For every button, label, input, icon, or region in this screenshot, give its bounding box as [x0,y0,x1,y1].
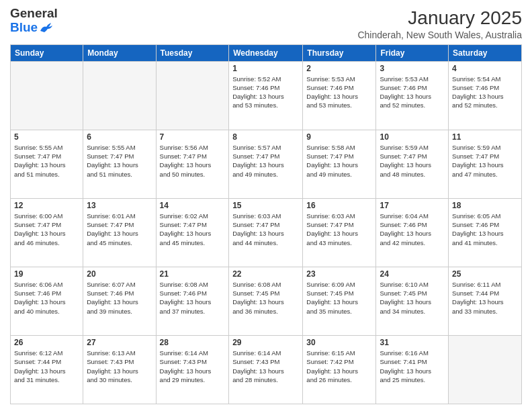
calendar-cell: 11Sunrise: 5:59 AM Sunset: 7:47 PM Dayli… [449,130,522,198]
day-info: Sunrise: 5:58 AM Sunset: 7:47 PM Dayligh… [306,143,372,179]
weekday-header-wednesday: Wednesday [229,44,303,61]
calendar-week-row: 26Sunrise: 6:12 AM Sunset: 7:44 PM Dayli… [11,335,522,404]
calendar-cell: 14Sunrise: 6:02 AM Sunset: 7:47 PM Dayli… [156,198,229,267]
day-number: 6 [87,132,152,142]
day-number: 9 [306,132,372,142]
calendar-cell [83,61,156,130]
calendar-cell [156,61,229,130]
day-number: 26 [14,338,79,347]
day-number: 16 [306,201,372,210]
calendar-cell: 4Sunrise: 5:54 AM Sunset: 7:46 PM Daylig… [449,61,522,130]
calendar-cell [449,335,522,404]
logo-general: General [10,7,58,21]
calendar-cell: 10Sunrise: 5:59 AM Sunset: 7:47 PM Dayli… [376,130,449,198]
day-info: Sunrise: 6:03 AM Sunset: 7:47 PM Dayligh… [232,212,299,247]
calendar-cell: 12Sunrise: 6:00 AM Sunset: 7:47 PM Dayli… [11,198,83,267]
calendar-table: SundayMondayTuesdayWednesdayThursdayFrid… [10,44,522,404]
day-info: Sunrise: 6:06 AM Sunset: 7:46 PM Dayligh… [14,280,79,316]
weekday-header-friday: Friday [376,44,449,61]
day-number: 31 [380,338,445,347]
calendar-cell: 21Sunrise: 6:08 AM Sunset: 7:46 PM Dayli… [156,267,229,335]
day-info: Sunrise: 6:12 AM Sunset: 7:44 PM Dayligh… [14,349,79,384]
header: General Blue January 2025 Chinderah, New… [10,7,522,40]
day-info: Sunrise: 6:04 AM Sunset: 7:46 PM Dayligh… [380,212,445,247]
day-number: 2 [306,64,372,73]
calendar-cell: 27Sunrise: 6:13 AM Sunset: 7:43 PM Dayli… [83,335,156,404]
day-number: 30 [306,338,372,347]
calendar-cell: 6Sunrise: 5:55 AM Sunset: 7:47 PM Daylig… [83,130,156,198]
weekday-header-thursday: Thursday [303,44,376,61]
calendar-cell: 22Sunrise: 6:08 AM Sunset: 7:45 PM Dayli… [229,267,303,335]
day-number: 8 [232,132,299,142]
day-info: Sunrise: 6:15 AM Sunset: 7:42 PM Dayligh… [306,349,372,384]
calendar-cell: 23Sunrise: 6:09 AM Sunset: 7:45 PM Dayli… [303,267,376,335]
day-number: 22 [232,269,299,279]
day-number: 28 [160,338,226,347]
day-number: 17 [380,201,445,210]
calendar-cell: 3Sunrise: 5:53 AM Sunset: 7:46 PM Daylig… [376,61,449,130]
calendar-cell: 9Sunrise: 5:58 AM Sunset: 7:47 PM Daylig… [303,130,376,198]
day-info: Sunrise: 5:57 AM Sunset: 7:47 PM Dayligh… [232,143,299,179]
day-info: Sunrise: 6:02 AM Sunset: 7:47 PM Dayligh… [160,212,226,247]
weekday-header-monday: Monday [83,44,156,61]
page: General Blue January 2025 Chinderah, New… [0,0,532,411]
day-number: 23 [306,269,372,279]
calendar-week-row: 1Sunrise: 5:52 AM Sunset: 7:46 PM Daylig… [11,61,522,130]
day-info: Sunrise: 5:56 AM Sunset: 7:47 PM Dayligh… [160,143,226,179]
calendar-cell: 1Sunrise: 5:52 AM Sunset: 7:46 PM Daylig… [229,61,303,130]
day-info: Sunrise: 6:13 AM Sunset: 7:43 PM Dayligh… [87,349,152,384]
calendar-cell: 8Sunrise: 5:57 AM Sunset: 7:47 PM Daylig… [229,130,303,198]
calendar-week-row: 5Sunrise: 5:55 AM Sunset: 7:47 PM Daylig… [11,130,522,198]
logo-blue: Blue [10,21,38,35]
calendar-week-row: 12Sunrise: 6:00 AM Sunset: 7:47 PM Dayli… [11,198,522,267]
calendar-week-row: 19Sunrise: 6:06 AM Sunset: 7:46 PM Dayli… [11,267,522,335]
day-info: Sunrise: 6:11 AM Sunset: 7:44 PM Dayligh… [452,280,518,316]
weekday-header-saturday: Saturday [449,44,522,61]
day-info: Sunrise: 6:00 AM Sunset: 7:47 PM Dayligh… [14,212,79,247]
day-number: 19 [14,269,79,279]
day-number: 29 [232,338,299,347]
day-info: Sunrise: 6:08 AM Sunset: 7:45 PM Dayligh… [232,280,299,316]
calendar-cell: 28Sunrise: 6:14 AM Sunset: 7:43 PM Dayli… [156,335,229,404]
calendar-cell: 2Sunrise: 5:53 AM Sunset: 7:46 PM Daylig… [303,61,376,130]
day-info: Sunrise: 6:01 AM Sunset: 7:47 PM Dayligh… [87,212,152,247]
logo: General Blue [10,7,58,35]
day-info: Sunrise: 5:52 AM Sunset: 7:46 PM Dayligh… [232,75,299,110]
calendar-cell: 13Sunrise: 6:01 AM Sunset: 7:47 PM Dayli… [83,198,156,267]
weekday-header-tuesday: Tuesday [156,44,229,61]
day-info: Sunrise: 5:55 AM Sunset: 7:47 PM Dayligh… [14,143,79,179]
calendar-body: 1Sunrise: 5:52 AM Sunset: 7:46 PM Daylig… [11,61,522,404]
day-info: Sunrise: 6:14 AM Sunset: 7:43 PM Dayligh… [232,349,299,384]
calendar-cell: 19Sunrise: 6:06 AM Sunset: 7:46 PM Dayli… [11,267,83,335]
day-number: 20 [87,269,152,279]
day-info: Sunrise: 6:03 AM Sunset: 7:47 PM Dayligh… [306,212,372,247]
calendar-cell: 17Sunrise: 6:04 AM Sunset: 7:46 PM Dayli… [376,198,449,267]
day-info: Sunrise: 5:59 AM Sunset: 7:47 PM Dayligh… [452,143,518,179]
calendar-cell [11,61,83,130]
title-block: January 2025 Chinderah, New South Wales,… [357,7,522,40]
day-number: 7 [160,132,226,142]
calendar-cell: 7Sunrise: 5:56 AM Sunset: 7:47 PM Daylig… [156,130,229,198]
weekday-header-row: SundayMondayTuesdayWednesdayThursdayFrid… [11,44,522,61]
page-subtitle: Chinderah, New South Wales, Australia [357,30,522,40]
day-info: Sunrise: 6:16 AM Sunset: 7:41 PM Dayligh… [380,349,445,384]
day-info: Sunrise: 5:53 AM Sunset: 7:46 PM Dayligh… [380,75,445,110]
day-number: 14 [160,201,226,210]
day-number: 27 [87,338,152,347]
calendar-cell: 26Sunrise: 6:12 AM Sunset: 7:44 PM Dayli… [11,335,83,404]
day-number: 1 [232,64,299,73]
day-info: Sunrise: 5:59 AM Sunset: 7:47 PM Dayligh… [380,143,445,179]
calendar-cell: 18Sunrise: 6:05 AM Sunset: 7:46 PM Dayli… [449,198,522,267]
calendar-cell: 20Sunrise: 6:07 AM Sunset: 7:46 PM Dayli… [83,267,156,335]
calendar-cell: 29Sunrise: 6:14 AM Sunset: 7:43 PM Dayli… [229,335,303,404]
day-info: Sunrise: 5:54 AM Sunset: 7:46 PM Dayligh… [452,75,518,110]
day-number: 12 [14,201,79,210]
calendar-cell: 25Sunrise: 6:11 AM Sunset: 7:44 PM Dayli… [449,267,522,335]
logo-bird-icon [39,21,54,34]
day-info: Sunrise: 6:09 AM Sunset: 7:45 PM Dayligh… [306,280,372,316]
day-number: 24 [380,269,445,279]
day-info: Sunrise: 6:10 AM Sunset: 7:45 PM Dayligh… [380,280,445,316]
calendar-cell: 24Sunrise: 6:10 AM Sunset: 7:45 PM Dayli… [376,267,449,335]
day-info: Sunrise: 5:55 AM Sunset: 7:47 PM Dayligh… [87,143,152,179]
calendar-cell: 31Sunrise: 6:16 AM Sunset: 7:41 PM Dayli… [376,335,449,404]
